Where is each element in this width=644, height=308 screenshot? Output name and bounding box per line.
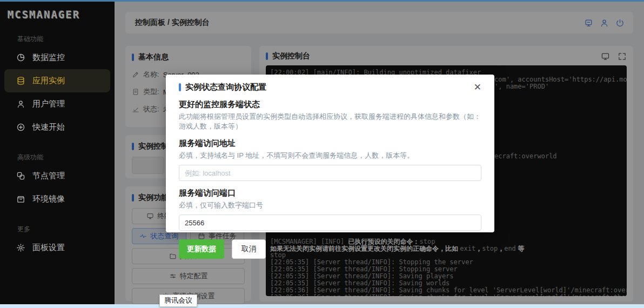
sidebar-item-label: 应用实例 [32, 76, 65, 86]
sidebar-item[interactable]: 用户管理 [4, 92, 110, 116]
modal-intro: 更好的监控服务端状态 此功能将根据管理员设置的实例类型自动选择相应协议，获取服务… [179, 99, 481, 131]
sidebar-item-label: 节点管理 [32, 171, 65, 181]
update-data-button[interactable]: 更新数据 [179, 239, 224, 259]
pie-chart-icon [16, 53, 25, 62]
port-section: 服务端访问端口 必填，仅可输入数字端口号 [179, 188, 481, 231]
cancel-button[interactable]: 取消 [232, 239, 266, 259]
sidebar-item[interactable]: 节点管理 [4, 164, 110, 188]
modal-header: 实例状态查询协议配置 ✕ [179, 82, 481, 92]
app-logo: MCSMANAGER [8, 9, 115, 21]
modal-buttons: 更新数据 取消 [179, 239, 481, 259]
sidebar-item[interactable]: 数据监控 [4, 46, 110, 69]
sidebar-item[interactable]: 快速开始 [4, 116, 110, 139]
sidebar-nav: 基础功能数据监控应用实例用户管理快速开始高级功能节点管理环境镜像更多面板设置 [0, 35, 115, 259]
sidebar-item[interactable]: 面板设置 [4, 236, 110, 259]
sidebar-item-label: 快速开始 [32, 122, 65, 132]
address-desc: 必填，支持域名与 IP 地址，不填写则不会查询服务端信息，人数，版本等。 [179, 151, 481, 160]
title-accent-bar [179, 83, 181, 91]
sidebar-item-label: 用户管理 [32, 99, 65, 109]
address-label: 服务端访问地址 [179, 138, 481, 149]
sidebar-item-label: 环境镜像 [32, 194, 65, 204]
share-border-bottom [0, 304, 644, 308]
share-border-top [0, 0, 644, 2]
app-window: MCSMANAGER 基础功能数据监控应用实例用户管理快速开始高级功能节点管理环… [0, 0, 644, 308]
sidebar-item-label: 面板设置 [32, 243, 65, 253]
database-icon [16, 76, 25, 85]
sidebar-item[interactable]: 环境镜像 [4, 188, 110, 211]
sidebar-item[interactable]: 应用实例 [4, 69, 110, 92]
address-input[interactable] [179, 165, 481, 181]
sidebar-section-label: 基础功能 [17, 35, 115, 44]
close-icon[interactable]: ✕ [474, 83, 481, 92]
port-input[interactable] [179, 215, 481, 231]
modal-section-heading: 更好的监控服务端状态 [179, 99, 481, 110]
share-app-label: 腾讯会议 [159, 294, 197, 307]
sidebar: MCSMANAGER 基础功能数据监控应用实例用户管理快速开始高级功能节点管理环… [0, 0, 115, 308]
port-desc: 必填，仅可输入数字端口号 [179, 200, 481, 210]
address-section: 服务端访问地址 必填，支持域名与 IP 地址，不填写则不会查询服务端信息，人数，… [179, 138, 481, 181]
image-box-icon [16, 195, 25, 204]
nodes-icon [16, 171, 25, 180]
sidebar-item-label: 数据监控 [32, 52, 65, 63]
modal-section-desc: 此功能将根据管理员设置的实例类型自动选择相应协议，获取服务端进程的具体信息和参数… [179, 112, 481, 131]
sidebar-section-label: 高级功能 [17, 153, 115, 162]
status-protocol-modal: 实例状态查询协议配置 ✕ 更好的监控服务端状态 此功能将根据管理员设置的实例类型… [166, 75, 494, 232]
port-label: 服务端访问端口 [179, 188, 481, 198]
user-icon [16, 99, 25, 109]
sidebar-section-label: 更多 [17, 225, 115, 234]
modal-title: 实例状态查询协议配置 [179, 82, 266, 92]
modal-title-text: 实例状态查询协议配置 [185, 82, 266, 92]
plus-circle-icon [16, 123, 25, 132]
gear-icon [16, 243, 25, 252]
